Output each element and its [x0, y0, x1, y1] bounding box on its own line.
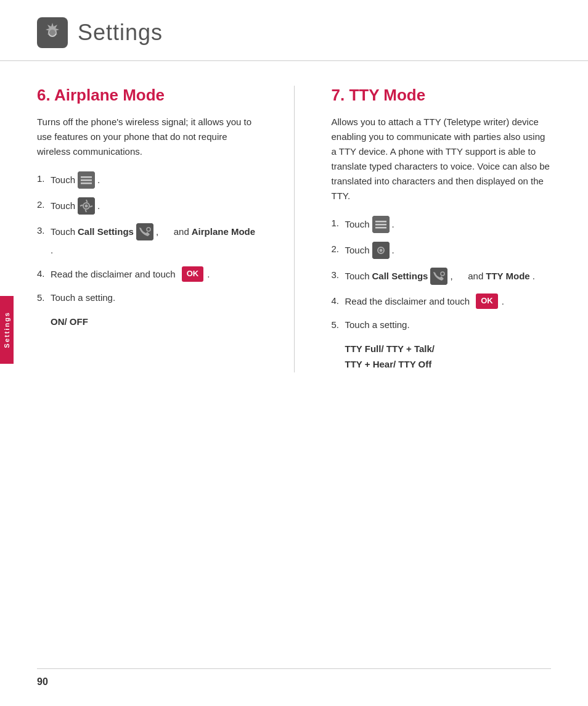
tty-step-4-period: . — [502, 294, 504, 309]
tty-step-3: 3. Touch Call Settings , and TTY — [332, 268, 552, 285]
tty-step-2-period: . — [392, 243, 394, 258]
page-footer: 90 — [37, 668, 551, 688]
tty-step-4: 4. Read the disclaimer and touch OK . — [332, 293, 552, 309]
tty-step-3-and: and — [458, 269, 484, 284]
tty-step-3-touch: Touch — [345, 269, 370, 284]
tty-step-1: 1. Touch . — [332, 216, 552, 233]
tty-step-3-period: . — [533, 269, 535, 284]
step-3-comma: , — [156, 224, 158, 239]
step-5-number: 5. — [37, 290, 51, 305]
step-3-number: 3. — [37, 223, 51, 238]
ok-badge-left: OK — [182, 266, 204, 282]
side-settings-tab: Settings — [0, 296, 14, 364]
tty-mode-desc: Allows you to attach a TTY (Teletype wri… — [332, 115, 552, 203]
settings-icon-2 — [78, 197, 95, 215]
airplane-mode-steps: 1. Touch . 2. — [37, 171, 257, 305]
tty-mode-steps: 1. Touch . 2. — [332, 216, 552, 332]
tty-step-1-number: 1. — [332, 216, 345, 231]
step-2-content: Touch . — [51, 197, 100, 215]
airplane-mode-title: 6. Airplane Mode — [37, 86, 257, 105]
tty-step-3-content: Touch Call Settings , and TTY Mode . — [345, 268, 535, 285]
column-divider — [294, 86, 295, 372]
step-2-period: . — [97, 199, 100, 213]
settings-icon — [37, 17, 68, 48]
step-3-call-settings: Call Settings — [78, 224, 134, 239]
svg-rect-18 — [430, 268, 447, 285]
step-3-content: Touch Call Settings , and Airplane Mode … — [51, 223, 257, 258]
tty-step-4-text: Read the disclaimer and touch — [345, 294, 470, 309]
step-1: 1. Touch . — [37, 171, 257, 189]
svg-rect-9 — [136, 223, 153, 240]
ok-badge-right: OK — [476, 293, 498, 309]
tty-settings-icon-2 — [372, 242, 390, 259]
step-3-period: . — [51, 243, 53, 258]
step-4-number: 4. — [37, 266, 51, 281]
step-4-content: Read the disclaimer and touch OK . — [51, 266, 210, 282]
tty-step-3-tty-mode: TTY Mode — [486, 269, 529, 284]
left-column: 6. Airplane Mode Turns off the phone's w… — [37, 86, 257, 372]
page-title: Settings — [78, 20, 163, 46]
step-4: 4. Read the disclaimer and touch OK . — [37, 266, 257, 282]
tty-step-1-text: Touch — [345, 217, 370, 232]
step-3-and: and — [163, 224, 189, 239]
svg-rect-3 — [81, 176, 92, 178]
main-content: 6. Airplane Mode Turns off the phone's w… — [0, 61, 588, 397]
tty-step-3-comma: , — [450, 269, 452, 284]
svg-rect-12 — [375, 221, 386, 223]
step-2-number: 2. — [37, 197, 51, 212]
tty-call-settings-icon-3 — [430, 268, 447, 285]
tty-step-2-number: 2. — [332, 242, 345, 257]
tty-step-3-number: 3. — [332, 268, 345, 282]
step-3: 3. Touch Call Settings , and Air — [37, 223, 257, 258]
tty-step-3-call-settings: Call Settings — [372, 269, 428, 284]
tty-step-2-text: Touch — [345, 243, 370, 258]
svg-rect-5 — [81, 183, 92, 184]
svg-point-17 — [379, 249, 382, 252]
tty-mode-title: 7. TTY Mode — [332, 86, 552, 105]
tty-step-2: 2. Touch . — [332, 242, 552, 259]
airplane-options: ON/ OFF — [51, 314, 257, 330]
tty-step-5-text: Touch a setting. — [345, 318, 410, 332]
step-3-touch: Touch — [51, 224, 75, 239]
step-4-text: Read the disclaimer and touch — [51, 267, 176, 282]
step-2: 2. Touch . — [37, 197, 257, 215]
tty-step-4-number: 4. — [332, 293, 345, 308]
tty-options: TTY Full/ TTY + Talk/TTY + Hear/ TTY Off — [345, 341, 552, 372]
tty-step-2-content: Touch . — [345, 242, 394, 259]
tty-menu-icon-1 — [372, 216, 390, 233]
page-number: 90 — [37, 676, 48, 687]
menu-icon-1 — [78, 171, 95, 189]
svg-rect-14 — [375, 227, 386, 229]
airplane-mode-desc: Turns off the phone's wireless signal; i… — [37, 115, 257, 159]
right-column: 7. TTY Mode Allows you to attach a TTY (… — [332, 86, 552, 372]
step-1-number: 1. — [37, 171, 51, 186]
svg-rect-4 — [81, 179, 92, 181]
tty-step-1-period: . — [392, 217, 394, 232]
step-1-period: . — [97, 173, 100, 187]
svg-point-1 — [49, 30, 55, 36]
step-1-content: Touch . — [51, 171, 100, 189]
tty-step-5-content: Touch a setting. — [345, 318, 410, 332]
step-1-text: Touch — [51, 173, 75, 187]
tty-step-5: 5. Touch a setting. — [332, 318, 552, 332]
step-5-text: Touch a setting. — [51, 290, 115, 305]
svg-rect-13 — [375, 224, 386, 226]
page-header: Settings — [0, 0, 588, 61]
tty-step-4-content: Read the disclaimer and touch OK . — [345, 293, 504, 309]
tty-step-5-number: 5. — [332, 318, 345, 332]
step-5-content: Touch a setting. — [51, 290, 115, 305]
tty-step-1-content: Touch . — [345, 216, 394, 233]
call-settings-icon-3 — [136, 223, 153, 240]
step-2-text: Touch — [51, 199, 75, 213]
svg-point-8 — [85, 205, 88, 208]
step-4-period: . — [207, 267, 210, 282]
side-tab-text: Settings — [3, 311, 10, 348]
step-5: 5. Touch a setting. — [37, 290, 257, 305]
step-3-airplane-mode: Airplane Mode — [192, 224, 255, 239]
